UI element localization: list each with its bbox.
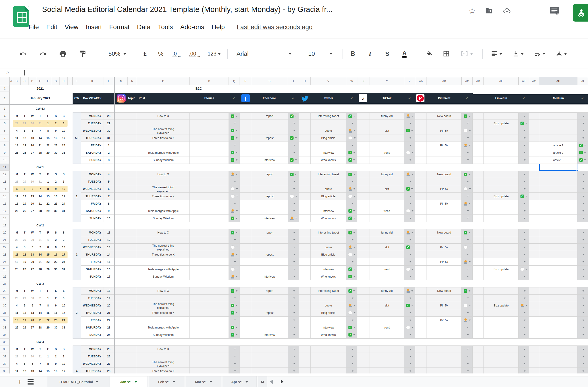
medium-cell[interactable]: article 2: [539, 149, 577, 156]
dropdown-arrow-icon[interactable]: [411, 232, 413, 233]
content-cell[interactable]: [357, 120, 370, 127]
status-cell[interactable]: [462, 309, 473, 317]
stories-cell[interactable]: [190, 135, 229, 142]
dropdown-arrow-icon[interactable]: [352, 370, 354, 372]
content-cell[interactable]: [473, 112, 484, 120]
star-icon[interactable]: ☆: [469, 7, 475, 15]
dropdown-arrow-icon[interactable]: [293, 203, 295, 204]
dropdown-arrow-icon[interactable]: [234, 356, 236, 357]
content-cell[interactable]: [299, 112, 311, 120]
calendar-date[interactable]: 23: [52, 317, 60, 324]
calendar-date[interactable]: 9: [52, 127, 60, 135]
tiktok-cell[interactable]: [370, 120, 404, 127]
calendar-date[interactable]: 9: [52, 360, 60, 368]
calendar-date[interactable]: 8: [44, 302, 52, 309]
dropdown-arrow-icon[interactable]: [469, 320, 471, 321]
instagram-post-cell[interactable]: The newest thing explained: [137, 127, 190, 135]
dropdown-arrow-icon[interactable]: [524, 254, 525, 255]
status-cell[interactable]: [346, 229, 357, 236]
calendar-date[interactable]: 18: [13, 200, 21, 207]
status-cell[interactable]: [462, 112, 473, 120]
status-cell[interactable]: [346, 112, 357, 120]
status-cell[interactable]: [462, 120, 473, 127]
dropdown-arrow-icon[interactable]: [583, 276, 584, 277]
calendar-date[interactable]: 6: [28, 360, 36, 368]
content-cell[interactable]: [240, 200, 251, 207]
facebook-cell[interactable]: [251, 368, 288, 373]
calendar-date[interactable]: 21: [36, 142, 44, 149]
dropdown-arrow-icon[interactable]: [293, 305, 295, 306]
dropdown-arrow-icon[interactable]: [583, 218, 584, 219]
twitter-cell[interactable]: quote: [311, 185, 346, 193]
dropdown-arrow-icon[interactable]: [412, 269, 413, 270]
calendar-date[interactable]: 29: [21, 353, 28, 360]
content-cell[interactable]: [299, 360, 311, 368]
paint-format-button[interactable]: [76, 39, 90, 69]
status-cell[interactable]: [288, 273, 299, 280]
linkedin-cell[interactable]: [484, 229, 519, 236]
content-cell[interactable]: [473, 127, 484, 135]
status-cell[interactable]: [288, 294, 299, 302]
status-cell[interactable]: [577, 251, 588, 258]
calendar-date[interactable]: 11: [13, 135, 21, 142]
month-label[interactable]: January 2021: [13, 93, 67, 104]
content-cell[interactable]: [529, 120, 539, 127]
dropdown-arrow-icon[interactable]: [234, 349, 236, 350]
calendar-date[interactable]: 25: [13, 149, 21, 156]
stories-cell[interactable]: [190, 120, 229, 127]
calendar-date[interactable]: 31: [60, 324, 67, 331]
dropdown-arrow-icon[interactable]: [524, 276, 525, 277]
status-cell[interactable]: [288, 368, 299, 373]
status-cell[interactable]: [462, 142, 473, 149]
status-cell[interactable]: [404, 185, 415, 193]
tiktok-cell[interactable]: [370, 236, 404, 244]
status-cell[interactable]: [577, 346, 588, 353]
twitter-cell[interactable]: Who knows: [311, 156, 346, 164]
tiktok-cell[interactable]: [370, 200, 404, 207]
calendar-date[interactable]: 30: [52, 149, 60, 156]
content-cell[interactable]: [357, 360, 370, 368]
content-cell[interactable]: [299, 171, 311, 178]
calendar-date[interactable]: 23: [52, 200, 60, 207]
calendar-date[interactable]: 22: [44, 258, 52, 266]
menu-item-tools[interactable]: Tools: [154, 22, 176, 32]
calendar-date[interactable]: 6: [28, 185, 36, 193]
content-cell[interactable]: [299, 200, 311, 207]
twitter-cell[interactable]: Who knows: [311, 331, 346, 339]
calendar-day-header[interactable]: M: [13, 346, 21, 353]
medium-cell[interactable]: [539, 353, 577, 360]
row-header-7[interactable]: 7: [0, 135, 10, 142]
status-cell[interactable]: [404, 171, 415, 178]
content-cell[interactable]: [299, 309, 311, 317]
medium-cell[interactable]: [539, 360, 577, 368]
dropdown-arrow-icon[interactable]: [236, 196, 238, 197]
facebook-cell[interactable]: repost: [251, 193, 288, 200]
dropdown-arrow-icon[interactable]: [236, 137, 237, 138]
facebook-cell[interactable]: [251, 266, 288, 273]
calendar-date[interactable]: 2: [52, 236, 60, 244]
status-cell[interactable]: [519, 294, 529, 302]
content-cell[interactable]: [529, 229, 539, 236]
zoom-select[interactable]: 50%: [103, 39, 132, 69]
dropdown-arrow-icon[interactable]: [526, 269, 527, 270]
facebook-cell[interactable]: interivew: [251, 215, 288, 222]
dropdown-arrow-icon[interactable]: [524, 159, 525, 161]
dropdown-arrow-icon[interactable]: [234, 181, 236, 182]
content-cell[interactable]: [415, 317, 427, 324]
calendar-date[interactable]: 26: [21, 266, 28, 273]
column-header-AA[interactable]: AA: [415, 77, 427, 85]
day-name-cell[interactable]: TUESDAY: [81, 236, 104, 244]
content-cell[interactable]: [415, 302, 427, 309]
facebook-cell[interactable]: [251, 324, 288, 331]
content-cell[interactable]: [473, 120, 484, 127]
calendar-date[interactable]: 5: [21, 302, 28, 309]
twitter-cell[interactable]: [311, 346, 346, 353]
content-cell[interactable]: [115, 193, 137, 200]
dropdown-arrow-icon[interactable]: [469, 130, 471, 131]
dropdown-arrow-icon[interactable]: [524, 356, 525, 357]
dropdown-arrow-icon[interactable]: [583, 312, 584, 313]
dropdown-arrow-icon[interactable]: [411, 188, 413, 190]
select-all-corner[interactable]: [0, 77, 10, 85]
day-name-cell[interactable]: SUNDAY: [81, 215, 104, 222]
calendar-day-header[interactable]: F: [44, 112, 52, 120]
